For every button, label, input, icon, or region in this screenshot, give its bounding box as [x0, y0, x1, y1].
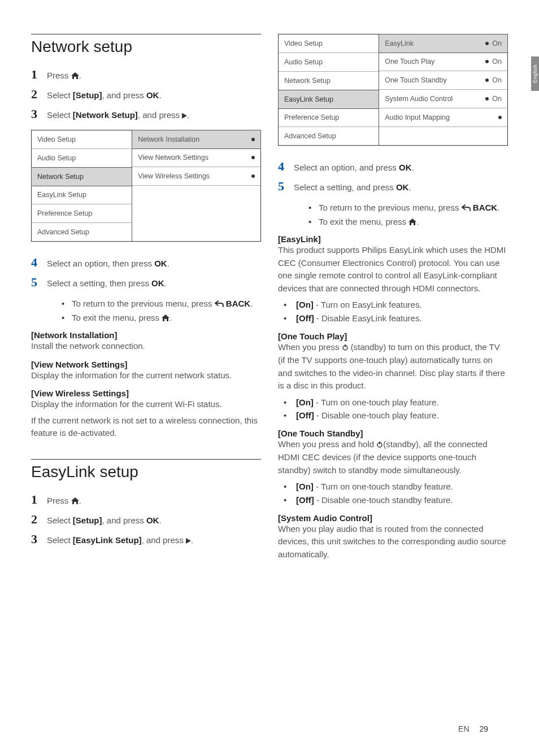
menu-item-preference-setup[interactable]: Preference Setup — [32, 204, 132, 223]
text-view-network-settings: Display the information for the current … — [31, 369, 261, 382]
step-text: Select [Setup], and press OK. — [47, 514, 261, 527]
option-on: [On] - Turn on EasyLink features. — [278, 298, 508, 311]
option-label: One Touch Standby — [385, 76, 447, 84]
ok-label: OK — [146, 90, 159, 100]
option-view-network-settings[interactable]: View Network Settings — [132, 148, 260, 167]
subheading-easylink: [EasyLink] — [278, 234, 508, 244]
left-column: Network setup 1 Press . 2 Select [Setup]… — [31, 34, 261, 564]
on-label: [On] — [296, 300, 314, 309]
option-audio-input-mapping[interactable]: Audio Input Mapping — [379, 108, 507, 127]
dot-icon — [485, 78, 489, 82]
text-network-installation: Install the network connection. — [31, 340, 261, 353]
text: Select — [47, 90, 73, 100]
text: - Disable EasyLink features. — [314, 313, 422, 323]
text: Select a setting, and press — [294, 182, 396, 192]
subheading-one-touch-standby: [One Touch Standby] — [278, 429, 508, 438]
menu-item-easylink-setup[interactable]: EasyLink Setup — [32, 186, 132, 204]
home-icon — [71, 495, 79, 508]
instruction-return: To return to the previous menu, press BA… — [58, 297, 261, 311]
language-tab: English — [531, 56, 539, 91]
subheading-view-wireless-settings: [View Wireless Settings] — [31, 388, 261, 398]
heading-easylink-setup: EasyLink setup — [31, 463, 261, 481]
text: . — [411, 163, 414, 172]
text: . — [159, 90, 161, 100]
step-text: Select [EasyLink Setup], and press . — [47, 534, 261, 547]
text: To return to the previous menu, press — [72, 299, 215, 308]
option-off: [Off] - Disable one-touch standby featur… — [278, 493, 508, 506]
instruction-return: To return to the previous menu, press BA… — [305, 201, 508, 215]
text-one-touch-standby: When you press and hold (standby), all t… — [278, 438, 508, 477]
menu-item-easylink-setup[interactable]: EasyLink Setup — [278, 90, 379, 109]
option-network-installation[interactable]: Network Installation — [132, 130, 261, 149]
ok-label: OK — [151, 278, 164, 288]
dot-icon — [485, 97, 489, 100]
option-on: [On] - Turn on one-touch standby feature… — [278, 480, 508, 493]
text: - Turn on one-touch play feature. — [314, 397, 439, 407]
step-text: Select an option, and press OK. — [294, 161, 508, 174]
text: To exit the menu, press — [319, 217, 408, 226]
network-steps: 1 Press . 2 Select [Setup], and press OK… — [31, 65, 261, 123]
text: Press — [47, 496, 71, 505]
dot-icon — [251, 138, 255, 141]
step-text: Press . — [47, 495, 261, 508]
section-rule — [31, 34, 261, 34]
text: Select an option, then press — [47, 259, 154, 268]
step-3: 3 Select [Network Setup], and press . — [31, 104, 261, 123]
option-view-wireless-settings[interactable]: View Wireless Settings — [132, 167, 260, 186]
option-label: View Wireless Settings — [138, 172, 210, 180]
step-text: Select [Setup], and press OK. — [47, 89, 261, 102]
menu-item-video-setup[interactable]: Video Setup — [279, 34, 379, 53]
back-label: BACK — [224, 299, 251, 308]
text: Select — [47, 110, 73, 120]
subheading-view-network-settings: [View Network Settings] — [31, 360, 261, 369]
dot-icon — [498, 116, 502, 119]
on-label: [On] — [296, 482, 314, 491]
text: When you press and hold — [278, 439, 376, 449]
option-one-touch-play[interactable]: One Touch Play On — [379, 53, 507, 71]
menu-options: Network Installation View Network Settin… — [132, 130, 260, 241]
standby-icon — [376, 439, 383, 452]
step-number: 3 — [31, 104, 47, 123]
menu-item-network-setup[interactable]: Network Setup — [31, 167, 132, 186]
menu-item-video-setup[interactable]: Video Setup — [32, 130, 132, 149]
instruction-exit: To exit the menu, press . — [58, 311, 261, 325]
menu-item-network-setup[interactable]: Network Setup — [279, 72, 379, 90]
sub-instructions: To return to the previous menu, press BA… — [58, 297, 261, 325]
back-icon — [215, 298, 224, 311]
menu-item-preference-setup[interactable]: Preference Setup — [279, 108, 379, 127]
menu-item-audio-setup[interactable]: Audio Setup — [32, 149, 132, 168]
network-steps-cont: 4 Select an option, then press OK. 5 Sel… — [31, 253, 261, 291]
step-5: 5 Select a setting, then press OK. — [31, 273, 261, 291]
option-value: On — [485, 95, 502, 103]
option-value — [498, 116, 502, 119]
menu-item-advanced-setup[interactable]: Advanced Setup — [32, 223, 132, 241]
instruction-exit: To exit the menu, press . — [305, 215, 508, 229]
text: Select a setting, then press — [47, 278, 151, 288]
otp-options: [On] - Turn on one-touch play feature. [… — [278, 396, 508, 422]
option-value: On — [485, 58, 502, 65]
section-rule — [31, 459, 261, 460]
menu-item-audio-setup[interactable]: Audio Setup — [279, 53, 379, 72]
text: , and press — [102, 515, 146, 525]
right-column: Video Setup Audio Setup Network Setup Ea… — [278, 34, 508, 564]
option-one-touch-standby[interactable]: One Touch Standby On — [379, 71, 507, 90]
dot-icon — [485, 42, 489, 45]
text: To exit the menu, press — [72, 313, 162, 322]
ok-label: OK — [146, 515, 159, 525]
subheading-system-audio-control: [System Audio Control] — [278, 513, 508, 523]
step-2: 2 Select [Setup], and press OK. — [31, 85, 261, 103]
value-text: On — [492, 95, 502, 103]
option-system-audio-control[interactable]: System Audio Control On — [379, 90, 507, 108]
dot-icon — [251, 156, 255, 159]
step-number: 2 — [31, 510, 47, 528]
footer-lang: EN — [458, 724, 469, 733]
easylink-options: [On] - Turn on EasyLink features. [Off] … — [278, 298, 508, 325]
right-arrow-icon — [186, 538, 191, 544]
step-text: Select a setting, then press OK. — [47, 277, 261, 290]
step-text: Select a setting, and press OK. — [294, 181, 508, 194]
dot-icon — [251, 174, 255, 178]
option-easylink[interactable]: EasyLink On — [379, 34, 508, 53]
value-text: On — [492, 58, 502, 65]
ok-label: OK — [399, 163, 412, 172]
menu-item-advanced-setup[interactable]: Advanced Setup — [279, 127, 379, 145]
